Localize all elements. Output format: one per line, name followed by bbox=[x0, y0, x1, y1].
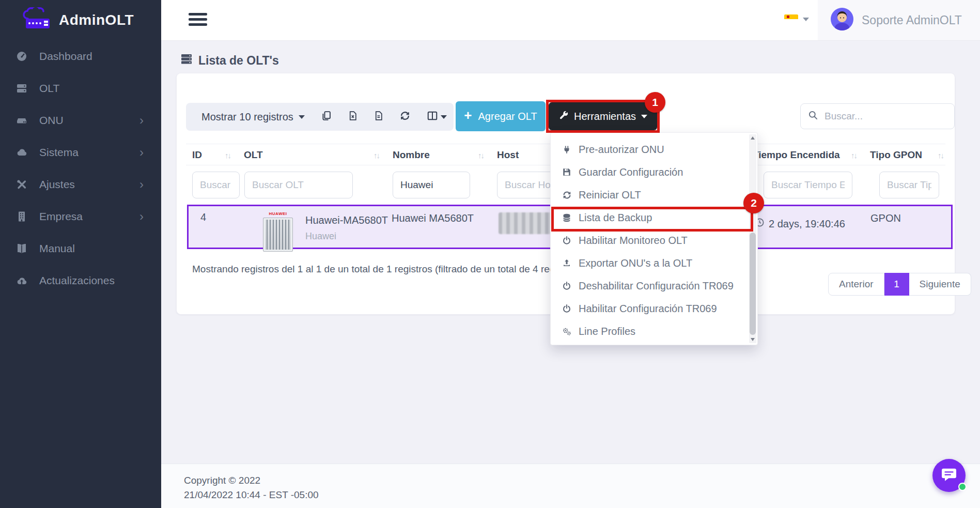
scrollbar-thumb[interactable] bbox=[750, 233, 756, 335]
sidebar-item-sistema[interactable]: Sistema bbox=[0, 136, 161, 168]
save-icon bbox=[561, 167, 572, 177]
row-tipo-gpon: GPON bbox=[870, 212, 901, 224]
sidebar-item-manual[interactable]: Manual bbox=[0, 233, 161, 265]
caret-down-icon bbox=[441, 115, 447, 119]
filter-tipo-gpon-input[interactable] bbox=[879, 172, 939, 198]
column-header-tipo-gpon[interactable]: Tipo GPON bbox=[864, 144, 951, 166]
building-icon bbox=[15, 210, 31, 223]
scroll-down-arrow-icon[interactable] bbox=[751, 338, 755, 341]
sidebar-item-ajustes[interactable]: Ajustes bbox=[0, 168, 161, 201]
search-input[interactable] bbox=[823, 110, 947, 122]
row-olt-title: Huawei-MA5680T bbox=[305, 214, 388, 226]
sidebar-item-label: Ajustes bbox=[39, 178, 75, 191]
power-icon bbox=[561, 236, 572, 245]
sidebar-nav: Dashboard OLT ONU Sistema bbox=[0, 40, 161, 297]
plug-icon bbox=[561, 145, 572, 155]
book-icon bbox=[15, 242, 31, 255]
adminolt-app: AdminOLT Dashboard OLT ONU bbox=[0, 0, 980, 508]
sidebar-item-label: Actualizaciones bbox=[39, 274, 115, 287]
menu-item-habilitar-monitoreo-olt[interactable]: Habilitar Monitoreo OLT bbox=[551, 229, 757, 252]
sidebar-item-label: Dashboard bbox=[39, 50, 92, 63]
brand[interactable]: AdminOLT bbox=[0, 0, 161, 32]
cogs-icon bbox=[561, 327, 572, 336]
pagination-page-1[interactable]: 1 bbox=[884, 273, 909, 296]
column-header-tiempo[interactable]: Tiempo Encendida bbox=[746, 144, 864, 166]
adminolt-logo-icon bbox=[21, 7, 53, 33]
column-header-nombre[interactable]: Nombre bbox=[386, 144, 491, 166]
caret-down-icon bbox=[299, 115, 305, 119]
tools-dropdown-menu: Pre-autorizar ONU Guardar Configuración … bbox=[550, 132, 758, 345]
sidebar: AdminOLT Dashboard OLT ONU bbox=[0, 0, 161, 508]
footer-copyright: Copyright © 2022 bbox=[184, 473, 980, 488]
sidebar-item-dashboard[interactable]: Dashboard bbox=[0, 40, 161, 72]
server-icon bbox=[180, 53, 193, 68]
sort-icon bbox=[374, 151, 379, 160]
copy-button[interactable] bbox=[321, 110, 332, 124]
dropdown-scrollbar[interactable] bbox=[749, 134, 756, 343]
file-text-icon bbox=[374, 110, 383, 124]
sort-icon bbox=[851, 151, 857, 160]
annotation-box-herramientas bbox=[546, 100, 660, 133]
show-entries-dropdown[interactable]: Mostrar 10 registros bbox=[201, 111, 305, 123]
sidebar-item-empresa[interactable]: Empresa bbox=[0, 201, 161, 233]
sidebar-item-label: ONU bbox=[39, 114, 64, 127]
sort-icon bbox=[225, 151, 230, 160]
filter-nombre-input[interactable] bbox=[393, 172, 470, 198]
sidebar-item-actualizaciones[interactable]: Actualizaciones bbox=[0, 265, 161, 297]
menu-item-line-profiles[interactable]: Line Profiles bbox=[551, 320, 757, 343]
cloud-icon bbox=[15, 146, 31, 159]
olt-chassis-image: HUAWEI bbox=[260, 208, 296, 248]
column-header-id[interactable]: ID bbox=[186, 144, 238, 166]
menu-item-deshabilitar-tr069[interactable]: Deshabilitar Configuración TR069 bbox=[551, 274, 757, 297]
upload-icon bbox=[561, 258, 572, 268]
cloud-upload-icon bbox=[15, 274, 31, 287]
search-icon bbox=[808, 110, 818, 122]
chat-widget-button[interactable] bbox=[932, 459, 966, 492]
user-menu[interactable]: Soporte AdminOLT bbox=[818, 0, 980, 40]
column-visibility-button[interactable] bbox=[427, 110, 447, 124]
export-file-button[interactable] bbox=[374, 110, 383, 124]
add-olt-button[interactable]: Agregar OLT bbox=[456, 101, 546, 131]
sort-icon bbox=[478, 151, 484, 160]
page-title: Lista de OLT's bbox=[180, 53, 279, 68]
chat-bubble-icon bbox=[941, 466, 957, 485]
sidebar-item-olt[interactable]: OLT bbox=[0, 72, 161, 104]
sidebar-item-label: Manual bbox=[39, 242, 75, 255]
annotation-badge-1: 1 bbox=[645, 92, 665, 113]
language-selector[interactable] bbox=[784, 14, 809, 24]
scroll-up-arrow-icon[interactable] bbox=[751, 136, 755, 140]
pagination: Anterior 1 Siguiente bbox=[828, 273, 971, 296]
menu-item-habilitar-tr069[interactable]: Habilitar Configuración TR069 bbox=[551, 297, 757, 320]
column-header-olt[interactable]: OLT bbox=[238, 144, 386, 166]
sidebar-toggle-button[interactable] bbox=[189, 13, 207, 27]
menu-item-reiniciar-olt[interactable]: Reiniciar OLT bbox=[551, 183, 757, 206]
sidebar-item-onu[interactable]: ONU bbox=[0, 104, 161, 136]
sync-icon bbox=[561, 190, 572, 200]
filter-tiempo-input[interactable] bbox=[764, 172, 852, 198]
pagination-next-button[interactable]: Siguiente bbox=[909, 273, 971, 296]
menu-item-exportar-onus[interactable]: Exportar ONU's a la OLT bbox=[551, 252, 757, 274]
topbar: Soporte AdminOLT bbox=[161, 0, 980, 40]
spain-flag-icon bbox=[784, 14, 798, 24]
table-search bbox=[800, 103, 955, 129]
menu-item-guardar-configuracion[interactable]: Guardar Configuración bbox=[551, 161, 757, 183]
filter-id-input[interactable] bbox=[192, 172, 240, 198]
plus-icon bbox=[464, 111, 472, 122]
file-excel-icon bbox=[348, 110, 357, 124]
row-tiempo-encendida: 2 days, 19:40:46 bbox=[755, 218, 845, 230]
export-excel-button[interactable] bbox=[348, 110, 357, 124]
annotation-badge-2: 2 bbox=[743, 193, 764, 213]
columns-icon bbox=[427, 110, 438, 124]
brand-name: AdminOLT bbox=[59, 12, 134, 28]
row-nombre: Huawei MA5680T bbox=[392, 212, 474, 224]
refresh-button[interactable] bbox=[399, 110, 411, 124]
row-olt-subtitle: Huawei bbox=[305, 231, 336, 242]
sync-icon bbox=[399, 110, 411, 124]
filter-olt-input[interactable] bbox=[244, 172, 353, 198]
power-icon bbox=[561, 281, 572, 290]
device-icon bbox=[15, 114, 31, 127]
avatar bbox=[830, 7, 854, 33]
pagination-prev-button[interactable]: Anterior bbox=[828, 273, 884, 296]
copy-icon bbox=[321, 110, 332, 124]
menu-item-pre-autorizar-onu[interactable]: Pre-autorizar ONU bbox=[551, 138, 757, 161]
